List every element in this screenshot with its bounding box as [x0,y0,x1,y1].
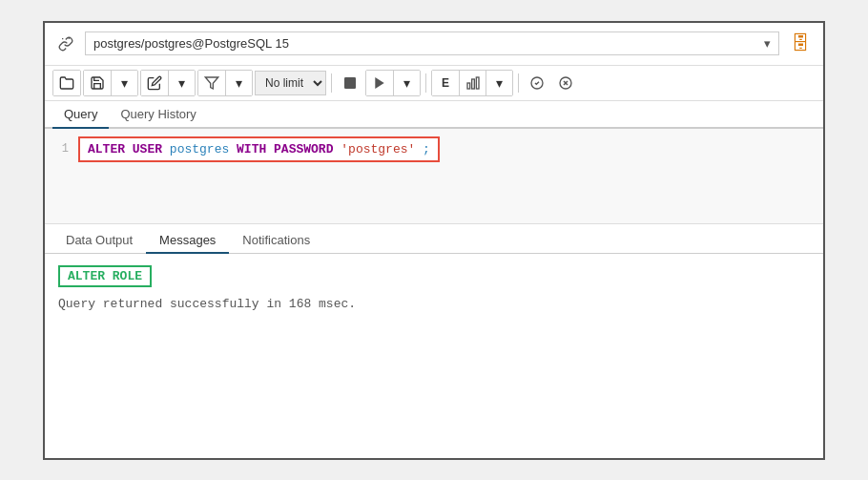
edit-button-group: ▾ [140,70,196,96]
tab-query-history[interactable]: Query History [109,101,207,129]
chevron-down-icon: ▾ [496,75,503,91]
sql-string-value: 'postgres' [341,142,415,157]
result-badge: ALTER ROLE [58,265,152,287]
sql-semicolon: ; [423,142,430,157]
explain-button[interactable]: E [432,71,459,95]
connection-label: postgres/postgres@PostgreSQL 15 [93,36,289,51]
toolbar-divider2 [425,73,426,93]
save-dropdown-button[interactable]: ▾ [111,71,137,95]
filter-button[interactable] [198,71,225,95]
open-file-button[interactable] [53,71,80,95]
sql-identifier-postgres: postgres [170,142,237,157]
toolbar-divider [331,73,332,93]
line-number: 1 [45,142,78,156]
chevron-down-icon: ▾ [236,75,242,91]
sql-code-highlighted[interactable]: ALTER USER postgres WITH PASSWORD 'postg… [78,136,440,162]
tab-notifications[interactable]: Notifications [229,228,323,254]
toolbar-divider3 [518,73,519,93]
sql-keyword-alter: ALTER USER [88,142,162,157]
output-tab-bar: Data Output Messages Notifications [45,224,823,254]
main-window: postgres/postgres@PostgreSQL 15 ▾ 🗄 [43,21,825,460]
save-button[interactable] [84,71,111,95]
connection-selector[interactable]: postgres/postgres@PostgreSQL 15 ▾ [85,31,779,55]
messages-output: ALTER ROLE Query returned successfully i… [45,254,823,323]
chart-button[interactable] [459,71,486,95]
run-button[interactable] [366,71,393,95]
run-dropdown-button[interactable]: ▾ [393,71,420,95]
sql-editor[interactable]: 1 ALTER USER postgres WITH PASSWORD 'pos… [45,129,823,224]
run-button-group: ▾ [365,70,421,96]
output-area: Data Output Messages Notifications ALTER… [45,224,823,458]
tab-query[interactable]: Query [52,101,109,129]
result-message: Query returned successfully in 168 msec. [58,297,810,311]
connection-bar: postgres/postgres@PostgreSQL 15 ▾ 🗄 [45,23,823,66]
svg-rect-3 [344,77,356,89]
file-button-group [52,70,81,96]
save-button-group: ▾ [83,70,138,96]
rollback-button[interactable] [552,71,579,95]
sql-keyword-with: WITH PASSWORD [237,142,333,157]
svg-marker-2 [205,77,217,89]
svg-rect-5 [467,83,470,89]
filter-dropdown-button[interactable]: ▾ [225,71,252,95]
editor-line-1: 1 ALTER USER postgres WITH PASSWORD 'pos… [45,136,823,162]
tab-messages[interactable]: Messages [146,228,229,254]
chevron-down-icon: ▾ [178,75,185,91]
explain-dropdown-button[interactable]: ▾ [486,71,512,95]
dropdown-arrow-icon: ▾ [764,36,771,51]
svg-marker-4 [375,77,383,89]
limit-select[interactable]: No limit 100 500 1000 [255,71,326,95]
filter-button-group: ▾ [197,70,253,96]
explain-button-group: E ▾ [431,70,513,96]
query-tab-bar: Query Query History [45,101,823,129]
link-icon [52,31,79,57]
tab-data-output[interactable]: Data Output [52,228,146,254]
edit-button[interactable] [141,71,168,95]
edit-dropdown-button[interactable]: ▾ [168,71,195,95]
stop-button[interactable] [337,71,363,95]
chevron-down-icon: ▾ [403,75,410,91]
toolbar: ▾ ▾ ▾ No limi [45,66,823,101]
database-icon: 🗄 [785,29,816,59]
commit-button[interactable] [524,71,550,95]
svg-rect-6 [471,79,474,89]
chevron-down-icon: ▾ [121,75,128,91]
svg-rect-7 [476,77,479,89]
